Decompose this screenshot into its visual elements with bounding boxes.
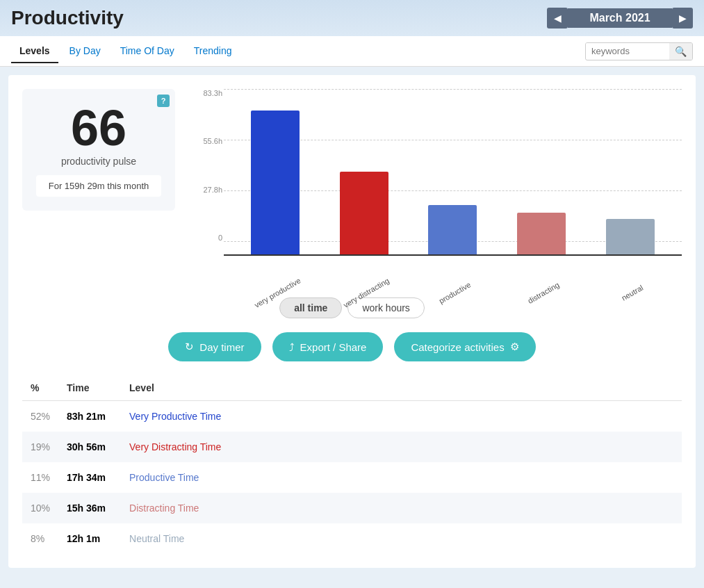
y-label-3: 27.8h [203,186,222,194]
pulse-label: productivity pulse [36,156,161,167]
export-label: Export / Share [300,341,367,353]
bar-chart: 83.3h 55.6h 27.8h 0 [189,89,682,284]
table-row: 8% 12h 1m Neutral Time [22,523,682,554]
tab-trending[interactable]: Trending [186,40,240,63]
table-row: 11% 17h 34m Productive Time [22,462,682,493]
categorize-label: Categorize activities [411,341,504,353]
level-link[interactable]: Very Productive Time [129,411,221,422]
bar-fill-very-productive [251,111,300,256]
y-label-1: 83.3h [203,89,222,97]
bars-row [224,103,682,256]
cell-level: Very Distracting Time [121,432,682,462]
col-header-level: Level [121,375,682,401]
cell-pct: 19% [22,432,58,462]
cell-pct: 10% [22,493,58,523]
pulse-sub: For 159h 29m this month [36,175,161,197]
export-share-button[interactable]: ⤴ Export / Share [272,332,384,361]
cell-level: Neutral Time [121,523,682,554]
categorize-button[interactable]: Categorize activities ⚙ [394,332,535,361]
cell-time: 83h 21m [58,401,121,432]
search-box: 🔍 [585,42,693,60]
gear-icon: ⚙ [510,341,519,353]
action-buttons: ↻ Day timer ⤴ Export / Share Categorize … [22,332,682,361]
bar-productive [409,205,498,256]
month-nav: ◀ March 2021 ▶ [547,8,693,28]
bar-fill-neutral [606,219,655,256]
bar-very-productive [231,111,320,256]
tabs-bar: Levels By Day Time Of Day Trending 🔍 [0,36,704,67]
cell-time: 12h 1m [58,523,121,554]
table-row: 19% 30h 56m Very Distracting Time [22,432,682,462]
app-title: Productivity [11,7,124,29]
cell-time: 15h 36m [58,493,121,523]
cell-level: Very Productive Time [121,401,682,432]
cell-level: Distracting Time [121,493,682,523]
y-label-2: 55.6h [203,137,222,145]
bar-neutral [586,219,675,256]
cell-pct: 8% [22,523,58,554]
day-timer-button[interactable]: ↻ Day timer [168,332,261,361]
cell-time: 17h 34m [58,462,121,493]
cell-time: 30h 56m [58,432,121,462]
level-link[interactable]: Distracting Time [129,503,199,514]
info-badge[interactable]: ? [157,95,170,107]
tab-time-of-day[interactable]: Time Of Day [112,40,183,63]
y-label-4: 0 [218,234,222,242]
day-timer-icon: ↻ [185,341,194,353]
toggle-all-time[interactable]: all time [279,297,342,318]
tab-levels[interactable]: Levels [11,40,58,63]
pulse-number: 66 [36,103,161,153]
col-header-time: Time [58,375,121,401]
app-header: Productivity ◀ March 2021 ▶ [0,0,704,36]
level-link[interactable]: Productive Time [129,472,199,483]
main-content: ? 66 productivity pulse For 159h 29m thi… [8,75,696,568]
day-timer-label: Day timer [199,341,244,353]
current-month: March 2021 [568,8,672,28]
cell-pct: 11% [22,462,58,493]
table-row: 52% 83h 21m Very Productive Time [22,401,682,432]
search-button[interactable]: 🔍 [669,43,692,60]
top-section: ? 66 productivity pulse For 159h 29m thi… [22,89,682,284]
cell-level: Productive Time [121,462,682,493]
search-input[interactable] [586,43,669,59]
bar-fill-very-distracting [340,172,388,256]
pulse-card: ? 66 productivity pulse For 159h 29m thi… [22,89,175,211]
data-table: % Time Level 52% 83h 21m Very Productive… [22,375,682,554]
export-icon: ⤴ [289,341,295,353]
tabs-list: Levels By Day Time Of Day Trending [11,40,240,63]
bar-distracting [497,213,586,256]
next-month-button[interactable]: ▶ [672,8,693,28]
tab-by-day[interactable]: By Day [61,40,109,63]
table-row: 10% 15h 36m Distracting Time [22,493,682,523]
bar-very-distracting [320,172,409,256]
col-header-pct: % [22,375,58,401]
level-link[interactable]: Very Distracting Time [129,441,221,452]
prev-month-button[interactable]: ◀ [547,8,568,28]
bar-fill-productive [428,205,477,256]
cell-pct: 52% [22,401,58,432]
level-link[interactable]: Neutral Time [129,533,184,544]
bar-fill-distracting [517,213,566,256]
